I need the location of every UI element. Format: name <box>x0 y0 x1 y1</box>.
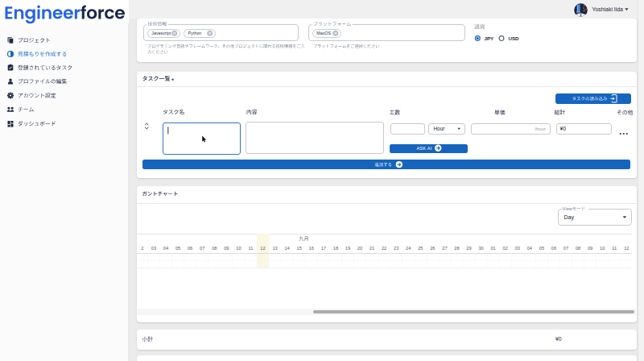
svg-text:¥0: ¥0 <box>555 336 562 342</box>
svg-text:22: 22 <box>382 246 386 251</box>
svg-text:10: 10 <box>600 246 605 251</box>
svg-text:30: 30 <box>478 246 483 251</box>
svg-text:USD: USD <box>509 35 520 41</box>
svg-text:11: 11 <box>248 246 253 251</box>
svg-text:27: 27 <box>442 246 447 251</box>
svg-text:04: 04 <box>163 246 168 251</box>
svg-text:05: 05 <box>175 246 180 251</box>
svg-text:26: 26 <box>430 246 435 251</box>
svg-text:03: 03 <box>151 246 156 251</box>
svg-text:20: 20 <box>357 246 362 251</box>
svg-text:21: 21 <box>369 246 374 251</box>
svg-text:ASK AI: ASK AI <box>416 146 431 151</box>
svg-text:2: 2 <box>141 246 143 251</box>
svg-text:18: 18 <box>333 246 338 251</box>
svg-text:16: 16 <box>309 246 314 251</box>
svg-text:01: 01 <box>490 246 495 251</box>
svg-text:10: 10 <box>236 246 241 251</box>
svg-text:Day: Day <box>564 214 575 221</box>
svg-text:04: 04 <box>527 246 532 251</box>
svg-text:06: 06 <box>551 246 556 251</box>
svg-text:09: 09 <box>588 246 592 251</box>
svg-text:24: 24 <box>406 246 411 251</box>
svg-text:06: 06 <box>188 246 192 251</box>
svg-text:08: 08 <box>576 246 580 251</box>
svg-text:/hour: /hour <box>535 127 546 131</box>
svg-text:09: 09 <box>224 246 229 251</box>
svg-text:07: 07 <box>564 246 568 251</box>
svg-text:MacOS: MacOS <box>316 31 331 35</box>
svg-text:28: 28 <box>454 246 459 251</box>
svg-text:Yoshiaki Iida: Yoshiaki Iida <box>592 6 624 12</box>
svg-text:12: 12 <box>624 246 629 251</box>
svg-text:12: 12 <box>260 246 265 251</box>
svg-text:11: 11 <box>612 246 617 251</box>
svg-text:19: 19 <box>345 246 350 251</box>
svg-text:25: 25 <box>418 246 423 251</box>
svg-text:07: 07 <box>200 246 204 251</box>
svg-text:Hour: Hour <box>434 126 446 131</box>
svg-text:Python: Python <box>188 31 202 35</box>
svg-text:14: 14 <box>284 246 289 251</box>
svg-text:17: 17 <box>321 246 326 251</box>
svg-text:View: View <box>563 206 573 211</box>
svg-text:JPY: JPY <box>485 35 495 41</box>
svg-text:08: 08 <box>212 246 217 251</box>
svg-text:*: * <box>171 77 175 85</box>
svg-text:¥0: ¥0 <box>560 126 567 131</box>
svg-text:13: 13 <box>272 246 277 251</box>
svg-text:03: 03 <box>515 246 520 251</box>
svg-text:05: 05 <box>539 246 544 251</box>
svg-text:02: 02 <box>503 246 508 251</box>
svg-text:23: 23 <box>394 246 398 251</box>
svg-text:15: 15 <box>297 246 302 251</box>
svg-text:Javascript: Javascript <box>151 31 171 35</box>
svg-text:29: 29 <box>466 246 471 251</box>
